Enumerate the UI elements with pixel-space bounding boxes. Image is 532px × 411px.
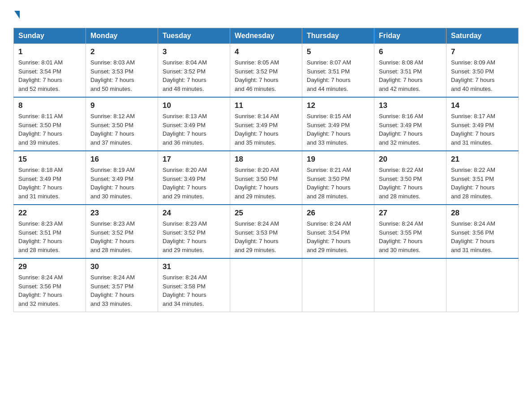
- calendar-table: SundayMondayTuesdayWednesdayThursdayFrid…: [13, 28, 519, 312]
- day-info: Sunrise: 8:09 AMSunset: 3:50 PMDaylight:…: [451, 58, 514, 93]
- calendar-day-cell-18: 18Sunrise: 8:20 AMSunset: 3:50 PMDayligh…: [230, 151, 302, 205]
- calendar-week-row-2: 8Sunrise: 8:11 AMSunset: 3:50 PMDaylight…: [14, 97, 519, 151]
- day-info: Sunrise: 8:08 AMSunset: 3:51 PMDaylight:…: [379, 58, 442, 93]
- day-info: Sunrise: 8:21 AMSunset: 3:50 PMDaylight:…: [307, 166, 369, 201]
- day-info: Sunrise: 8:23 AMSunset: 3:51 PMDaylight:…: [18, 219, 81, 254]
- calendar-header-sunday: Sunday: [14, 28, 86, 44]
- calendar-day-cell-13: 13Sunrise: 8:16 AMSunset: 3:49 PMDayligh…: [374, 97, 446, 151]
- day-number: 4: [235, 47, 297, 56]
- calendar-day-cell-20: 20Sunrise: 8:22 AMSunset: 3:50 PMDayligh…: [374, 151, 446, 205]
- day-number: 15: [18, 155, 81, 164]
- calendar-day-cell-4: 4Sunrise: 8:05 AMSunset: 3:52 PMDaylight…: [230, 44, 302, 98]
- day-number: 16: [90, 155, 153, 164]
- calendar-day-cell-27: 27Sunrise: 8:24 AMSunset: 3:55 PMDayligh…: [374, 205, 446, 258]
- day-info: Sunrise: 8:23 AMSunset: 3:52 PMDaylight:…: [163, 219, 225, 254]
- page-header: [13, 9, 519, 19]
- calendar-week-row-1: 1Sunrise: 8:01 AMSunset: 3:54 PMDaylight…: [14, 44, 519, 98]
- day-info: Sunrise: 8:24 AMSunset: 3:56 PMDaylight:…: [451, 219, 514, 254]
- day-number: 26: [307, 209, 369, 218]
- day-number: 13: [379, 101, 442, 110]
- calendar-day-cell-24: 24Sunrise: 8:23 AMSunset: 3:52 PMDayligh…: [158, 205, 230, 258]
- calendar-day-cell-25: 25Sunrise: 8:24 AMSunset: 3:53 PMDayligh…: [230, 205, 302, 258]
- day-info: Sunrise: 8:14 AMSunset: 3:49 PMDaylight:…: [235, 112, 297, 147]
- calendar-day-cell-6: 6Sunrise: 8:08 AMSunset: 3:51 PMDaylight…: [374, 44, 446, 98]
- day-number: 23: [90, 209, 153, 218]
- calendar-week-row-3: 15Sunrise: 8:18 AMSunset: 3:49 PMDayligh…: [14, 151, 519, 205]
- day-info: Sunrise: 8:24 AMSunset: 3:53 PMDaylight:…: [235, 219, 297, 254]
- calendar-day-cell-14: 14Sunrise: 8:17 AMSunset: 3:49 PMDayligh…: [446, 97, 519, 151]
- calendar-day-cell-16: 16Sunrise: 8:19 AMSunset: 3:49 PMDayligh…: [86, 151, 158, 205]
- calendar-day-cell-26: 26Sunrise: 8:24 AMSunset: 3:54 PMDayligh…: [302, 205, 374, 258]
- calendar-day-cell-17: 17Sunrise: 8:20 AMSunset: 3:49 PMDayligh…: [158, 151, 230, 205]
- day-number: 7: [451, 47, 514, 56]
- day-info: Sunrise: 8:18 AMSunset: 3:49 PMDaylight:…: [18, 166, 81, 201]
- day-number: 1: [18, 47, 81, 56]
- calendar-day-cell-19: 19Sunrise: 8:21 AMSunset: 3:50 PMDayligh…: [302, 151, 374, 205]
- day-number: 17: [163, 155, 225, 164]
- calendar-header-wednesday: Wednesday: [230, 28, 302, 44]
- calendar-day-cell-7: 7Sunrise: 8:09 AMSunset: 3:50 PMDaylight…: [446, 44, 519, 98]
- day-number: 20: [379, 155, 442, 164]
- calendar-header-thursday: Thursday: [302, 28, 374, 44]
- calendar-week-row-4: 22Sunrise: 8:23 AMSunset: 3:51 PMDayligh…: [14, 205, 519, 258]
- calendar-day-cell-1: 1Sunrise: 8:01 AMSunset: 3:54 PMDaylight…: [14, 44, 86, 98]
- day-number: 22: [18, 209, 81, 218]
- day-info: Sunrise: 8:12 AMSunset: 3:50 PMDaylight:…: [90, 112, 153, 147]
- day-number: 11: [235, 101, 297, 110]
- day-number: 21: [451, 155, 514, 164]
- day-number: 3: [163, 47, 225, 56]
- day-number: 27: [379, 209, 442, 218]
- calendar-header-monday: Monday: [86, 28, 158, 44]
- calendar-header-saturday: Saturday: [446, 28, 519, 44]
- calendar-day-cell-9: 9Sunrise: 8:12 AMSunset: 3:50 PMDaylight…: [86, 97, 158, 151]
- day-info: Sunrise: 8:16 AMSunset: 3:49 PMDaylight:…: [379, 112, 442, 147]
- day-number: 9: [90, 101, 153, 110]
- calendar-day-cell-15: 15Sunrise: 8:18 AMSunset: 3:49 PMDayligh…: [14, 151, 86, 205]
- logo: [13, 9, 20, 19]
- day-info: Sunrise: 8:03 AMSunset: 3:53 PMDaylight:…: [90, 58, 153, 93]
- day-number: 14: [451, 101, 514, 110]
- calendar-day-cell-29: 29Sunrise: 8:24 AMSunset: 3:56 PMDayligh…: [14, 258, 86, 312]
- day-number: 8: [18, 101, 81, 110]
- calendar-day-cell-3: 3Sunrise: 8:04 AMSunset: 3:52 PMDaylight…: [158, 44, 230, 98]
- calendar-empty-cell: [302, 258, 374, 312]
- calendar-header-tuesday: Tuesday: [158, 28, 230, 44]
- calendar-empty-cell: [446, 258, 519, 312]
- calendar-header-friday: Friday: [374, 28, 446, 44]
- day-number: 28: [451, 209, 514, 218]
- calendar-day-cell-21: 21Sunrise: 8:22 AMSunset: 3:51 PMDayligh…: [446, 151, 519, 205]
- day-info: Sunrise: 8:22 AMSunset: 3:51 PMDaylight:…: [451, 166, 514, 201]
- day-number: 18: [235, 155, 297, 164]
- calendar-day-cell-10: 10Sunrise: 8:13 AMSunset: 3:49 PMDayligh…: [158, 97, 230, 151]
- calendar-day-cell-23: 23Sunrise: 8:23 AMSunset: 3:52 PMDayligh…: [86, 205, 158, 258]
- calendar-day-cell-31: 31Sunrise: 8:24 AMSunset: 3:58 PMDayligh…: [158, 258, 230, 312]
- day-info: Sunrise: 8:20 AMSunset: 3:50 PMDaylight:…: [235, 166, 297, 201]
- day-info: Sunrise: 8:07 AMSunset: 3:51 PMDaylight:…: [307, 58, 369, 93]
- logo-triangle-icon: [14, 11, 20, 19]
- calendar-day-cell-12: 12Sunrise: 8:15 AMSunset: 3:49 PMDayligh…: [302, 97, 374, 151]
- day-number: 10: [163, 101, 225, 110]
- day-info: Sunrise: 8:19 AMSunset: 3:49 PMDaylight:…: [90, 166, 153, 201]
- calendar-day-cell-28: 28Sunrise: 8:24 AMSunset: 3:56 PMDayligh…: [446, 205, 519, 258]
- day-info: Sunrise: 8:24 AMSunset: 3:58 PMDaylight:…: [163, 273, 225, 308]
- day-info: Sunrise: 8:15 AMSunset: 3:49 PMDaylight:…: [307, 112, 369, 147]
- day-number: 5: [307, 47, 369, 56]
- day-info: Sunrise: 8:24 AMSunset: 3:55 PMDaylight:…: [379, 219, 442, 254]
- day-info: Sunrise: 8:23 AMSunset: 3:52 PMDaylight:…: [90, 219, 153, 254]
- calendar-empty-cell: [230, 258, 302, 312]
- calendar-day-cell-11: 11Sunrise: 8:14 AMSunset: 3:49 PMDayligh…: [230, 97, 302, 151]
- day-number: 2: [90, 47, 153, 56]
- day-info: Sunrise: 8:24 AMSunset: 3:54 PMDaylight:…: [307, 219, 369, 254]
- day-number: 24: [163, 209, 225, 218]
- day-info: Sunrise: 8:20 AMSunset: 3:49 PMDaylight:…: [163, 166, 225, 201]
- day-number: 29: [18, 262, 81, 271]
- day-number: 30: [90, 262, 153, 271]
- day-number: 12: [307, 101, 369, 110]
- calendar-day-cell-5: 5Sunrise: 8:07 AMSunset: 3:51 PMDaylight…: [302, 44, 374, 98]
- day-info: Sunrise: 8:22 AMSunset: 3:50 PMDaylight:…: [379, 166, 442, 201]
- day-info: Sunrise: 8:05 AMSunset: 3:52 PMDaylight:…: [235, 58, 297, 93]
- calendar-week-row-5: 29Sunrise: 8:24 AMSunset: 3:56 PMDayligh…: [14, 258, 519, 312]
- day-info: Sunrise: 8:01 AMSunset: 3:54 PMDaylight:…: [18, 58, 81, 93]
- calendar-day-cell-8: 8Sunrise: 8:11 AMSunset: 3:50 PMDaylight…: [14, 97, 86, 151]
- day-info: Sunrise: 8:24 AMSunset: 3:57 PMDaylight:…: [90, 273, 153, 308]
